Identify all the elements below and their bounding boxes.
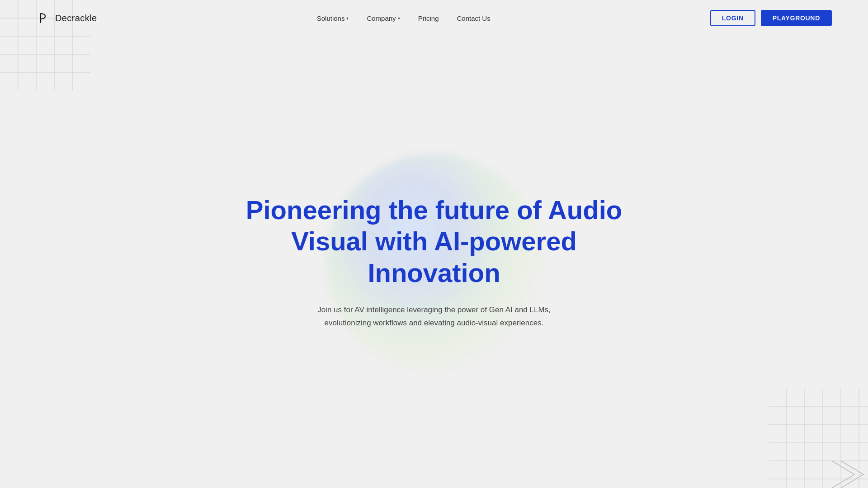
navbar-brand: Decrackle	[36, 11, 97, 25]
navbar-nav: Solutions ▾ Company ▾ Pricing Contact Us	[317, 14, 491, 22]
hero-title: Pioneering the future of Audio Visual wi…	[231, 194, 637, 289]
navbar: Decrackle Solutions ▾ Company ▾ Pricing …	[0, 0, 868, 36]
login-button[interactable]: LOGIN	[710, 10, 755, 26]
nav-pricing[interactable]: Pricing	[418, 14, 439, 22]
nav-contact[interactable]: Contact Us	[457, 14, 490, 22]
playground-button[interactable]: PLAYGROUND	[761, 10, 832, 26]
nav-solutions[interactable]: Solutions ▾	[317, 14, 349, 22]
brand-name: Decrackle	[55, 13, 97, 23]
hero-section: Pioneering the future of Audio Visual wi…	[0, 36, 868, 488]
logo-icon	[36, 11, 51, 25]
hero-subtitle: Join us for AV intelligence leveraging t…	[316, 303, 552, 330]
company-chevron-icon: ▾	[398, 16, 400, 21]
nav-company[interactable]: Company ▾	[367, 14, 400, 22]
navbar-actions: LOGIN PLAYGROUND	[710, 10, 832, 26]
solutions-chevron-icon: ▾	[346, 16, 349, 21]
